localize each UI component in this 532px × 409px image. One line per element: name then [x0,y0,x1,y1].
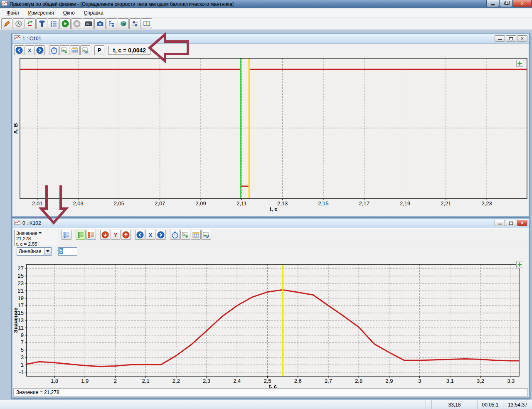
close-icon: ✕ [521,221,524,225]
k102-plot[interactable]: 1,81,922,12,22,32,42,52,62,72,82,933,13,… [14,260,527,388]
menu-file[interactable]: Файл [4,9,22,17]
svg-text:3,1: 3,1 [446,378,454,384]
window-k102: 0 : K102 ✕ Значение = 21,278 t, c = 2,55… [12,218,530,398]
graph-settings-button[interactable] [201,230,211,240]
minimize-icon [498,39,502,40]
autoscale-y-button[interactable]: Y [111,230,121,240]
play-icon [62,20,69,27]
stop-measurement-button[interactable] [71,18,82,29]
scale-down-button[interactable] [100,230,110,240]
c101-title-bar[interactable]: 1 : C101 ✕ [12,34,529,44]
combo-drop-button[interactable] [44,248,51,255]
minimize-icon [491,4,495,5]
close-button[interactable]: ✕ [513,0,532,7]
restore-button[interactable] [500,0,512,7]
svg-text:3,3: 3,3 [507,378,515,384]
device-clock-button[interactable] [13,18,24,29]
svg-text:11: 11 [18,325,24,331]
chart-window-icon [14,219,20,227]
svg-text:-1: -1 [19,369,24,375]
menu-measurements[interactable]: Измерения [25,9,57,17]
stopwatch-button[interactable] [49,45,59,55]
scroll-right-button[interactable] [156,230,166,240]
interpolation-select[interactable]: Линейная [17,247,52,256]
parameters-button[interactable] [129,18,140,29]
stop-icon [73,20,81,27]
export-image-button[interactable] [180,230,190,240]
scroll-left-button[interactable] [14,45,24,55]
export-image-button[interactable] [59,45,69,55]
c101-toolbar: XPt, c = 0,0042 [12,44,529,55]
window-c101: 1 : C101 ✕ XPt, c = 0,0042 2,012,032,052… [12,33,530,217]
data-table-button[interactable] [70,45,80,55]
k102-title: 0 : K102 [22,220,41,226]
status-spacer [0,400,426,409]
svg-text:3: 3 [418,378,421,384]
svg-text:2,6: 2,6 [294,378,302,384]
yletter-icon: Y [112,231,119,239]
stopwatch-icon [171,231,179,239]
menu-help[interactable]: Справка [81,9,106,17]
menu-bar: Файл Измерения Окно Справка [0,8,532,17]
c101-chart-area: 2,012,032,052,072,092,112,132,152,172,19… [14,57,527,213]
clear-button[interactable]: X [145,230,155,240]
img-edit-icon [202,231,210,239]
probe-button[interactable] [1,18,12,29]
k102-readout-panel: Значение = 21,278 t, c = 2,55 dt, c = 2,… [14,230,58,247]
menu-window[interactable]: Окно [60,9,78,17]
chevron-down-icon [46,250,49,252]
svg-text:1,9: 1,9 [81,378,89,384]
svg-text:2,01: 2,01 [32,200,42,207]
stopwatch-button[interactable] [170,230,180,240]
resources-button[interactable] [118,18,129,29]
points-input[interactable]: 5 [58,247,77,256]
main-toolbar: 08. [0,17,532,30]
graph-settings-button[interactable] [80,45,90,55]
svg-text:3,2: 3,2 [477,378,484,384]
exit-undo-button[interactable] [25,18,36,29]
scroll-left-button[interactable] [135,230,145,240]
list-orange-icon [87,231,95,239]
c101-close-button[interactable]: ✕ [517,35,527,42]
display-panel-button[interactable]: 08. [83,18,94,29]
mdi-area: 1 : C101 ✕ XPt, c = 0,0042 2,012,032,052… [0,30,532,400]
start-measurement-button[interactable] [59,18,71,29]
markers-orange-button[interactable] [86,230,96,240]
k102-maximize-button[interactable] [506,220,516,226]
k102-title-bar[interactable]: 0 : K102 ✕ [12,219,529,228]
scale-up-button[interactable] [121,230,131,240]
k102-status-bar: Значение = 21,278 [13,388,528,397]
undo-icon [27,20,34,27]
svg-text:2,21: 2,21 [441,200,451,207]
snapshot-button[interactable] [94,18,106,29]
minimize-button[interactable] [486,0,499,7]
options-list-button[interactable] [48,18,59,29]
k102-minimize-button[interactable] [495,220,505,226]
c101-restore-button[interactable] [506,35,516,42]
svg-text:X: X [28,47,32,54]
k102-status-text: Значение = 21,278 [16,389,59,395]
chart-window-icon [14,35,20,42]
svg-text:А, В: А, В [14,123,19,134]
k102-close-button[interactable]: ✕ [517,220,527,226]
svg-text:3: 3 [21,354,24,360]
tools-button[interactable] [36,18,47,29]
options-list-button[interactable] [62,230,71,240]
table-icon [71,47,79,54]
scroll-right-button[interactable] [35,45,45,55]
data-table-button[interactable] [191,230,201,240]
restore-icon [509,37,513,40]
c101-zoom-in-button[interactable] [516,60,523,67]
c101-plot[interactable]: 2,012,032,052,072,092,112,132,152,172,19… [14,57,527,213]
clear-button[interactable]: X [25,45,34,55]
c101-minimize-button[interactable] [495,35,505,42]
k102-zoom-in-button[interactable] [516,261,523,268]
svg-text:2,05: 2,05 [114,200,124,207]
help-book-button[interactable] [141,18,152,29]
markers-green-button[interactable] [76,230,86,240]
status-bar: 33,18 00:05.1 13:54:37 [0,400,532,409]
pause-p-button[interactable]: P [94,45,104,55]
svg-text:5: 5 [21,347,24,353]
c101-dt-readout: t, c = 0,0042 [108,46,150,55]
experiment-tree-button[interactable] [106,18,117,29]
